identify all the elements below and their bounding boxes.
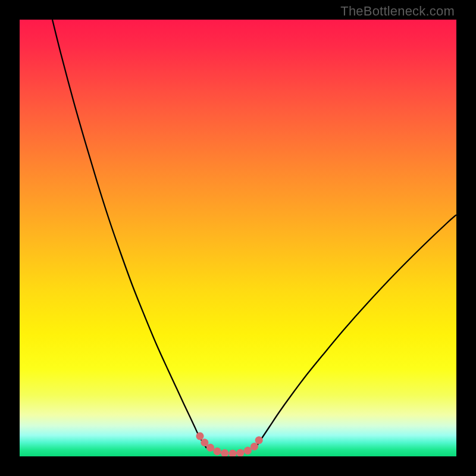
chart-frame: TheBottleneck.com — [0, 0, 476, 476]
series-left-curve — [52, 20, 206, 448]
chart-curves — [20, 20, 456, 456]
series-valley-floor-dots — [200, 436, 260, 453]
plot-area — [20, 20, 456, 456]
series-right-curve — [255, 215, 456, 448]
watermark-text: TheBottleneck.com — [340, 4, 455, 19]
